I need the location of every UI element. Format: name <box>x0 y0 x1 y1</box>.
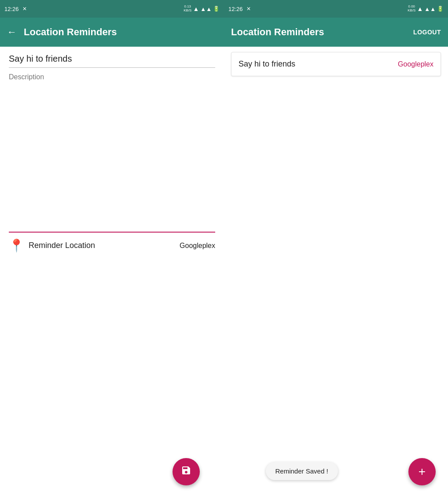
card-location: Googleplex <box>398 60 433 68</box>
reminder-location-label: Reminder Location <box>29 241 175 250</box>
reminder-location-row[interactable]: 📍 Reminder Location Googleplex <box>9 238 215 253</box>
wifi-icon: ▲ <box>193 5 199 12</box>
status-bar-right: 12:26 ✕ 0.00KB/S ▲ ▲▲ 🔋 <box>224 0 448 18</box>
content-right: Say hi to friends Googleplex Reminder Sa… <box>224 47 448 503</box>
add-icon: + <box>419 465 426 479</box>
title-input[interactable] <box>9 54 215 68</box>
signal-bars-icon-right: ▲▲ <box>424 6 436 12</box>
app-bar-left: ← Location Reminders <box>0 18 224 47</box>
reminder-card[interactable]: Say hi to friends Googleplex <box>231 52 441 76</box>
save-fab-button[interactable] <box>173 458 200 485</box>
status-bar-icons-left: 0.13KB/S ▲ ▲▲ 🔋 <box>184 5 220 13</box>
wifi-icon-right: ▲ <box>417 5 423 12</box>
left-screen: 12:26 ✕ 0.13KB/S ▲ ▲▲ 🔋 ← Location Remin… <box>0 0 224 503</box>
signal-bars-icon: ▲▲ <box>200 6 212 12</box>
app-bar-title-right: Location Reminders <box>231 26 406 38</box>
logout-button[interactable]: LOGOUT <box>413 29 441 36</box>
time-right: 12:26 <box>228 6 243 12</box>
save-icon <box>181 465 191 478</box>
app-bar-right: Location Reminders LOGOUT <box>224 18 448 47</box>
status-bar-time-area-right: 12:26 ✕ <box>228 6 251 12</box>
battery-icon-right: 🔋 <box>437 6 444 12</box>
location-pin-icon: 📍 <box>9 238 24 253</box>
status-bar-time-area: 12:26 ✕ <box>4 6 27 12</box>
back-button[interactable]: ← <box>7 26 17 38</box>
wrench-icon-right: ✕ <box>246 6 251 12</box>
card-title: Say hi to friends <box>239 59 295 69</box>
snackbar: Reminder Saved ! <box>266 462 338 480</box>
snackbar-message: Reminder Saved ! <box>275 467 328 475</box>
location-value-left: Googleplex <box>180 242 215 250</box>
app-bar-title-left: Location Reminders <box>24 26 217 38</box>
description-input[interactable] <box>9 73 215 81</box>
speed-indicator-left: 0.13KB/S <box>184 5 191 13</box>
speed-indicator-right: 0.00KB/S <box>408 5 415 13</box>
battery-icon: 🔋 <box>213 6 220 12</box>
add-fab-button[interactable]: + <box>408 458 436 485</box>
status-bar-left: 12:26 ✕ 0.13KB/S ▲ ▲▲ 🔋 <box>0 0 224 18</box>
content-left: 📍 Reminder Location Googleplex <box>0 47 224 503</box>
wrench-icon: ✕ <box>22 6 27 12</box>
status-bar-icons-right: 0.00KB/S ▲ ▲▲ 🔋 <box>408 5 444 13</box>
time-left: 12:26 <box>4 6 19 12</box>
pink-divider <box>9 232 215 233</box>
right-screen: 12:26 ✕ 0.00KB/S ▲ ▲▲ 🔋 Location Reminde… <box>224 0 448 503</box>
